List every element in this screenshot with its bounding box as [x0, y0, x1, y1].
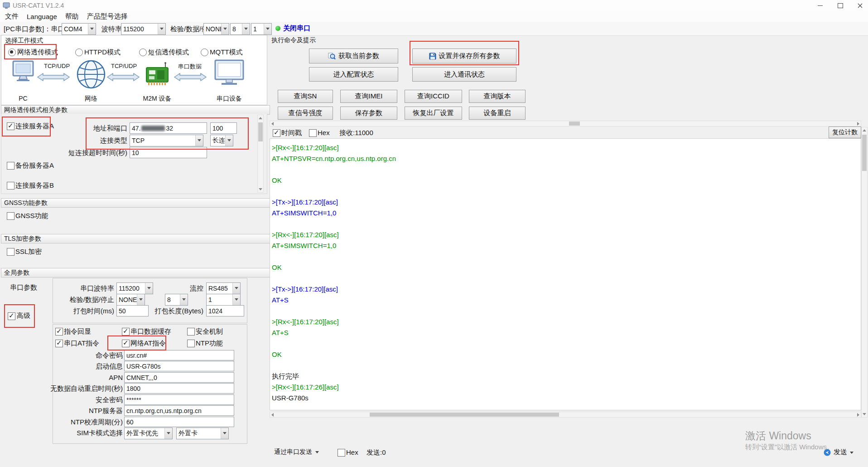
close-button[interactable] [852, 0, 868, 11]
flow-control-select[interactable]: RS485 [206, 282, 241, 294]
send-label: 发送 [834, 448, 847, 457]
cmd-password-input[interactable]: usr.cn# [124, 350, 234, 360]
get-current-params-button[interactable]: 获取当前参数 [309, 49, 398, 63]
section-header-global[interactable]: 全局参数 [1, 268, 270, 277]
ntp-server-input[interactable]: cn.ntp.org.cn,us.ntp.org.cn [124, 405, 234, 416]
close-serial-port-button[interactable]: 关闭串口 [275, 24, 310, 33]
link-arrow-icon [37, 73, 70, 81]
net-params-scrollbar[interactable] [257, 115, 264, 193]
checkbox-send-hex[interactable] [338, 449, 345, 457]
checkbox-serial-at[interactable] [55, 340, 63, 347]
scroll-left-icon[interactable] [271, 122, 274, 126]
send-via-serial-dropdown[interactable]: 通过串口发送 [274, 448, 319, 456]
security-password-input[interactable]: ****** [124, 394, 234, 405]
scroll-up-icon[interactable] [259, 117, 262, 119]
combo-value: 115200 [117, 285, 145, 292]
enter-comm-state-button[interactable]: 进入通讯状态 [412, 67, 516, 82]
checkbox-connect-server-b[interactable] [7, 182, 14, 190]
reset-counter-button[interactable]: 复位计数 [829, 126, 861, 138]
maximize-button[interactable] [833, 0, 848, 11]
query-version-button[interactable]: 查询版本 [469, 90, 526, 103]
checkbox-serial-cache[interactable] [122, 328, 130, 336]
scrollbar-thumb[interactable] [370, 413, 559, 417]
databits-select[interactable]: 8 [230, 23, 250, 35]
scroll-down-icon[interactable] [863, 413, 866, 415]
log-line: 执行完毕 [272, 371, 861, 382]
checkbox-net-at[interactable] [122, 340, 130, 347]
enter-config-state-button[interactable]: 进入配置状态 [309, 67, 398, 82]
factory-reset-button[interactable]: 恢复出厂设置 [405, 107, 462, 120]
parity-select[interactable]: NONE [203, 23, 229, 35]
global-parity-select[interactable]: NONE [116, 294, 145, 306]
log-line: >[Rx<-][16:17:20][asc] [272, 316, 861, 327]
checkbox-ntp[interactable] [187, 340, 195, 347]
checkbox-cmd-echo[interactable] [55, 328, 63, 336]
global-databits-select[interactable]: 8 [165, 294, 188, 306]
checkbox-recv-hex[interactable] [309, 129, 317, 137]
menu-item-help[interactable]: 帮助 [61, 12, 83, 21]
section-header-gnss[interactable]: GNSS功能参数 [1, 198, 270, 208]
query-iccid-button[interactable]: 查询ICCID [405, 90, 462, 103]
device-reboot-button[interactable]: 设备重启 [469, 107, 526, 120]
pack-time-input[interactable]: 50 [116, 305, 149, 316]
log-bottom-scrollbar[interactable] [270, 412, 861, 418]
radio-net-transparent-mode[interactable] [8, 49, 16, 56]
ntp-period-input[interactable]: 60 [124, 417, 234, 427]
server-a-port-input[interactable]: 100 [210, 122, 237, 134]
log-vertical-scrollbar[interactable] [861, 127, 868, 418]
scroll-right-icon[interactable] [857, 413, 859, 417]
scroll-down-icon[interactable] [259, 188, 262, 190]
scroll-up-icon[interactable] [863, 129, 866, 131]
minimize-button[interactable] [812, 0, 828, 11]
log-top-scrollbar[interactable] [270, 121, 861, 126]
radio-label-net-transparent: 网络透传模式 [17, 48, 58, 57]
scroll-left-icon[interactable] [271, 413, 274, 417]
connect-server-a-label: 连接服务器A [15, 122, 54, 131]
query-signal-button[interactable]: 查信号强度 [278, 107, 333, 120]
checkbox-advanced[interactable] [8, 312, 15, 320]
pack-length-input[interactable]: 1024 [206, 305, 244, 316]
scrollbar-thumb[interactable] [862, 135, 867, 171]
boot-message-input[interactable]: USR-G780s [124, 361, 234, 371]
section-header-net-params[interactable]: 网络透传模式相关参数 [1, 105, 270, 115]
no-data-restart-label: 无数据自动重启时间(秒) [27, 384, 123, 393]
set-save-all-params-button[interactable]: 设置并保存所有参数 [412, 49, 516, 63]
stopbits-select[interactable]: 1 [251, 23, 272, 35]
short-timeout-input[interactable]: 10 [130, 147, 207, 158]
radio-sms-mode[interactable] [139, 49, 147, 56]
baud-rate-select[interactable]: 115200 [121, 23, 166, 35]
no-data-restart-input[interactable]: 1800 [124, 383, 234, 394]
sim-mode-select[interactable]: 外置卡优先 [124, 428, 173, 439]
save-params-button[interactable]: 保存参数 [340, 107, 397, 120]
server-a-address-input[interactable]: 47. 32 [130, 122, 207, 134]
query-imei-button[interactable]: 查询IMEI [340, 90, 397, 103]
combo-value: COM4 [62, 25, 88, 33]
menu-item-language[interactable]: Language [23, 13, 61, 20]
global-baud-select[interactable]: 115200 [116, 282, 153, 294]
checkbox-security[interactable] [187, 328, 195, 336]
section-header-tls[interactable]: TLS加密参数 [1, 234, 270, 243]
radio-mqtt-mode[interactable] [201, 49, 208, 56]
scrollbar-thumb[interactable] [569, 122, 580, 126]
menu-item-product-model[interactable]: 产品型号选择 [83, 12, 132, 21]
checkbox-timestamp[interactable] [273, 129, 280, 137]
pc-serial-params-label: [PC串口参数]：串口号 [4, 25, 71, 34]
keep-alive-select[interactable]: 长连接 [210, 135, 233, 146]
send-button[interactable]: 发送 [824, 448, 854, 457]
checkbox-gnss[interactable] [7, 212, 14, 220]
scrollbar-thumb[interactable] [258, 122, 263, 141]
sim-card-select[interactable]: 外置卡 [176, 428, 229, 439]
menu-item-file[interactable]: 文件 [1, 12, 23, 21]
query-sn-button[interactable]: 查询SN [278, 90, 333, 103]
apn-input[interactable]: CMNET,,,0 [124, 372, 234, 383]
log-output[interactable]: >[Rx<-][16:17:20][asc] AT+NTPSVR=cn.ntp.… [270, 138, 861, 410]
serial-at-label: 串口AT指令 [64, 339, 99, 348]
com-port-select[interactable]: COM4 [62, 23, 96, 35]
conn-type-select[interactable]: TCP [130, 135, 203, 146]
global-stopbits-select[interactable]: 1 [206, 294, 241, 306]
radio-httpd-mode[interactable] [75, 49, 83, 56]
checkbox-backup-server-a[interactable] [7, 162, 14, 170]
scroll-right-icon[interactable] [857, 122, 859, 126]
checkbox-ssl[interactable] [7, 248, 14, 256]
checkbox-connect-server-a[interactable] [7, 122, 14, 130]
